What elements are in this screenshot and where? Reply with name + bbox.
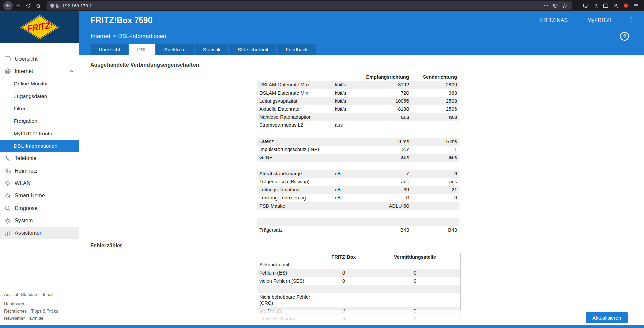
ellipsis-button[interactable] [542, 2, 550, 10]
sidebar-item-label: System [15, 218, 33, 224]
tab-label: Störsicherheit [238, 47, 268, 52]
footer-link[interactable]: avm.de [29, 316, 43, 321]
table-row: Nicht behebbare Fehler (CRC) [257, 293, 461, 307]
sidebar-item-telefonie[interactable]: Telefonie [0, 152, 79, 165]
col-header-fritzbox: FRITZ!Box [318, 253, 370, 261]
row-unit: aus [333, 121, 359, 130]
tab-feedback[interactable]: Feedback [277, 44, 316, 55]
col-header-senderichtung: Senderichtung [411, 73, 459, 81]
back-button[interactable] [3, 1, 13, 10]
page-content: Ausgehandelte Verbindungseigenschaften E… [79, 55, 644, 328]
row-fritzbox-value: 0 [318, 269, 370, 277]
fritz-logo[interactable]: FRITZ! [0, 11, 79, 43]
sidebar-panel-button[interactable] [601, 1, 610, 10]
footer-link[interactable]: Rechtliches [4, 308, 27, 314]
tab-dsl[interactable]: DSL [129, 44, 155, 55]
account-icon [613, 3, 618, 8]
sidebar-item-zugangsdaten[interactable]: Zugangsdaten [0, 90, 79, 102]
account-button[interactable] [611, 1, 620, 10]
sidebar-item-diagnose[interactable]: Diagnose [0, 202, 79, 214]
forward-icon [15, 3, 21, 8]
row-label: Latenz [257, 138, 333, 146]
row-rx-value [359, 121, 411, 130]
row-tx-value: 21 [411, 186, 459, 194]
tab-statistik[interactable]: Statistik [195, 44, 229, 55]
row-tx-value: B43 [411, 226, 459, 234]
url-bar[interactable]: 192.168.178.1 [47, 1, 572, 10]
row-rx-value: 8188 [359, 105, 411, 113]
sidebar-item-wlan[interactable]: WLAN [0, 177, 79, 189]
row-tx-value: 2800 [411, 81, 459, 89]
lock-icon[interactable] [55, 3, 60, 8]
kebab-menu-button[interactable] [627, 16, 635, 25]
footer-link[interactable]: Newsletter [4, 316, 25, 321]
shield-icon[interactable] [50, 3, 55, 8]
row-unit [333, 202, 359, 210]
sidebar-item-uebersicht[interactable]: Übersicht [0, 52, 79, 65]
row-fritzbox-value: 0 [318, 277, 370, 285]
home-button[interactable] [34, 1, 43, 10]
header-bar: FRITZ!Box 7590 FRITZ!NASMyFRITZ! [79, 11, 644, 29]
sidebar-item-dsl-informationen[interactable]: DSL-Informationen [0, 140, 79, 152]
sidebar-item-filter[interactable]: Filter [0, 102, 79, 115]
table-row [257, 218, 459, 226]
footer-link[interactable]: Tipps & Tricks [31, 308, 58, 314]
row-unit [333, 146, 359, 154]
footer-link[interactable]: Handbuch [4, 301, 24, 306]
sidebar-item-label: Smart Home [15, 193, 45, 199]
row-unit [333, 226, 359, 234]
tab-label: Statistik [203, 47, 221, 52]
row-unit: kbit/s [333, 81, 359, 89]
section-title-error-counter: Fehlerzähler [90, 243, 644, 249]
star-button[interactable] [560, 2, 569, 10]
table-row: DSLAM-Datenrate Max. kbit/s 8192 2800 [257, 81, 459, 89]
row-label [257, 218, 333, 226]
fritznas-link[interactable]: FRITZ!NAS [540, 17, 568, 23]
table-row: Sekunden mit [257, 261, 461, 269]
breadcrumb-section[interactable]: Internet [91, 33, 110, 40]
sidebar-item-smart-home[interactable]: Smart Home [0, 189, 79, 202]
sidebar-footer: Ansicht: StandardInhaltHandbuch Rechtlic… [0, 287, 79, 328]
row-label: Leistungsreduzierung [257, 194, 333, 202]
row-rx-value: ADLU-60 [359, 202, 411, 210]
menu-button[interactable] [631, 1, 641, 10]
row-unit [333, 130, 359, 138]
sidebar-item-system[interactable]: System [0, 214, 79, 227]
row-rx-value: 2.7 [359, 146, 411, 154]
table-row [257, 162, 459, 170]
tab-stoersicherheit[interactable]: Störsicherheit [229, 44, 276, 55]
tab-uebersicht[interactable]: Übersicht [91, 44, 128, 55]
help-button[interactable]: ? [620, 32, 629, 41]
error-table-header-row: FRITZ!Box Vermittlungsstelle [257, 253, 461, 261]
col-header-vermittlungsstelle: Vermittlungsstelle [370, 253, 461, 261]
reload-button[interactable] [24, 1, 33, 10]
tab-label: DSL [137, 47, 147, 52]
sidebar-item-assistenten[interactable]: Assistenten [0, 227, 79, 239]
row-vermittlungsstelle-value: 0 [370, 277, 461, 285]
pocket-button[interactable] [551, 2, 560, 10]
table-row: DSLAM-Datenrate Min. kbit/s 720 368 [257, 89, 459, 97]
refresh-button[interactable]: Aktualisieren [586, 312, 628, 323]
ublock-button[interactable]: uO [621, 1, 631, 10]
table-row: Trägersatz B43 B43 [257, 226, 459, 234]
row-fritzbox-value [318, 285, 370, 293]
row-tx-value [411, 210, 459, 218]
urlbar-actions [542, 2, 569, 10]
row-label: Nahtlose Ratenadaption [257, 113, 333, 121]
forward-button[interactable] [13, 1, 23, 10]
screenshare-button[interactable] [581, 1, 590, 10]
star-icon [562, 3, 567, 8]
row-label: PSD Maske [257, 202, 333, 210]
sidebar-item-internet[interactable]: Internet [0, 65, 79, 77]
tab-spektrum[interactable]: Spektrum [156, 44, 194, 55]
footer-link[interactable]: Inhalt [43, 292, 54, 297]
library-button[interactable] [591, 1, 600, 10]
footer-link[interactable]: Ansicht: Standard [4, 292, 39, 297]
row-unit [333, 113, 359, 121]
myfritz-link[interactable]: MyFRITZ! [587, 17, 611, 23]
sidebar-item-online-monitor[interactable]: Online-Monitor [0, 77, 79, 90]
sidebar-item-myfritz-konto[interactable]: MyFRITZ!-Konto [0, 127, 79, 140]
sidebar-item-heimnetz[interactable]: Heimnetz [0, 165, 79, 177]
row-rx-value: aus [359, 113, 411, 121]
sidebar-item-freigaben[interactable]: Freigaben [0, 115, 79, 127]
